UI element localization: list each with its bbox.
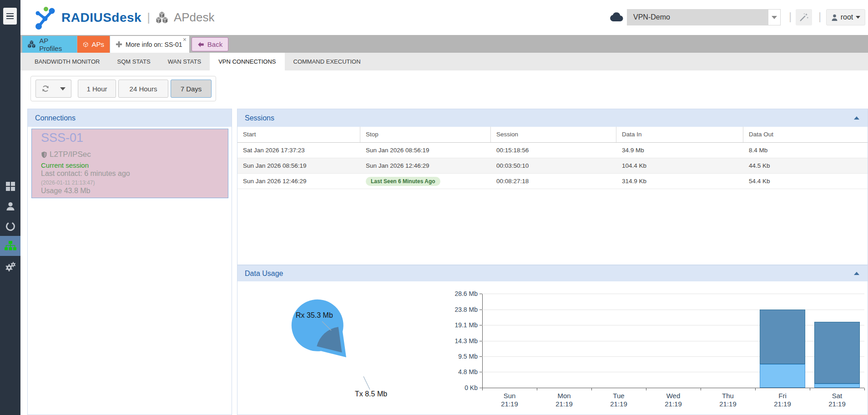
sidebar-item-dashboard[interactable] [0,176,20,196]
collapse-icon[interactable] [854,272,859,275]
pie-label-tx: Tx 8.5 Mb [355,390,387,398]
cell-data-in: 104.4 Kb [616,158,743,173]
subtab-sqm-stats[interactable]: SQM STATS [108,53,159,70]
app-window: RADIUSdesk | APdesk VPN-Demo | [0,0,868,415]
bar-tx-segment[interactable] [814,384,860,388]
back-label: Back [207,40,222,48]
gridline [482,325,864,325]
gears-icon [5,261,16,272]
header-divider: | [818,10,821,23]
title-separator: | [147,10,150,25]
pie-leader-line [363,376,370,390]
person-icon [831,14,838,21]
y-tick [479,372,482,372]
shield-icon [41,151,47,159]
data-usage-panel: Data Usage Rx 35.3 Mb Tx 8.5 Mb 0 Kb4.8 … [237,265,868,415]
column-header-stop[interactable]: Stop [360,127,491,142]
y-tick [479,310,482,310]
column-header-start[interactable]: Start [237,127,360,142]
gridline [482,356,864,357]
range-1-hour-button[interactable]: 1 Hour [78,80,116,98]
data-usage-panel-header: Data Usage [237,265,868,281]
magic-wand-icon [799,12,809,22]
last-contact-timestamp: (2026-01-11 21:13:47) [41,180,95,186]
tab-ap-profiles[interactable]: AP Profiles [22,36,77,53]
panel-title: Data Usage [245,270,283,277]
vpn-type-row: L2TP/IPSec [41,150,91,159]
y-tick [479,325,482,325]
cubes-icon [28,40,36,49]
network-tree-icon [5,241,16,251]
x-tick [864,388,865,390]
tab-more-info-ss-01[interactable]: More info on: SS-01 × [110,36,189,53]
cell-start: Sun Jan 2026 08:56:19 [237,158,360,173]
usage-total: Usage 43.8 Mb [41,187,91,195]
sessions-panel-header: Sessions [237,109,868,127]
module-title: APdesk [174,10,215,25]
sessions-panel: Sessions Start Stop Session Data In Data… [237,109,868,265]
table-row[interactable]: Sun Jan 2026 12:46:29Last Seen 6 Minutes… [237,174,868,189]
header-divider: | [789,10,792,23]
subtab-vpn-connections[interactable]: VPN CONNECTIONS [210,53,284,70]
tab-label: More info on: SS-01 [126,41,182,48]
refresh-menu-button[interactable] [55,80,71,98]
cell-session: 00:03:50:10 [491,158,616,173]
subtab-command-execution[interactable]: COMMAND EXECUTION [285,53,369,70]
cell-data-in: 34.9 Mb [616,143,743,158]
x-axis-label: Sat21:19 [810,392,864,408]
y-axis-label: 14.3 Mb [433,337,478,345]
cubes-icon [156,11,169,24]
chevron-down-icon [856,16,860,19]
x-axis-label: Wed21:19 [646,392,701,408]
user-menu-button[interactable]: root [826,9,865,25]
bar-rx-segment[interactable] [814,322,860,384]
column-header-data-out[interactable]: Data Out [743,127,868,142]
tab-label: AP Profiles [39,37,71,52]
back-button[interactable]: Back [192,37,228,51]
radiusdesk-logo [33,5,57,30]
x-axis-label: Mon21:19 [537,392,591,408]
sidebar-item-activity[interactable] [0,216,20,236]
range-24-hours-button[interactable]: 24 Hours [118,80,168,98]
column-header-data-in[interactable]: Data In [616,127,743,142]
top-header: RADIUSdesk | APdesk VPN-Demo | [20,0,868,35]
close-icon[interactable]: × [183,36,187,43]
y-axis-label: 4.8 Mb [433,368,478,375]
sidebar-item-settings[interactable] [0,256,20,276]
last-seen-badge: Last Seen 6 Minutes Ago [366,177,440,186]
sidebar-item-network[interactable] [0,236,20,256]
subtab-bandwidth-monitor[interactable]: BANDWIDTH MONITOR [26,53,108,70]
collapse-icon[interactable] [854,116,859,120]
panel-title: Sessions [245,114,274,122]
table-row[interactable]: Sun Jan 2026 08:56:19Sun Jan 2026 12:46:… [237,158,868,174]
y-axis-label: 28.6 Mb [433,290,478,297]
menu-toggle-button[interactable] [3,8,17,25]
cell-data-in: 314.9 Kb [616,174,743,189]
y-axis-label: 19.1 Mb [433,321,478,329]
cell-session: 00:15:18:56 [491,143,616,158]
users-icon [5,201,16,212]
table-row[interactable]: Sat Jan 2026 17:37:23Sun Jan 2026 08:56:… [237,143,868,158]
bar-tx-segment[interactable] [760,364,805,388]
subtab-wan-stats[interactable]: WAN STATS [159,53,210,70]
x-tick [482,388,483,390]
site-selector[interactable]: VPN-Demo [627,9,781,25]
wizard-button[interactable] [796,9,812,25]
range-7-days-button[interactable]: 7 Days [171,80,212,98]
sidebar [0,0,20,415]
refresh-button[interactable] [35,80,55,98]
x-tick [701,388,701,390]
plus-icon [116,41,122,48]
column-header-session[interactable]: Session [491,127,616,142]
session-status: Current session [41,161,89,169]
site-selector-value: VPN-Demo [627,9,768,25]
x-axis-label: Fri21:19 [755,392,810,408]
bar-rx-segment[interactable] [760,310,805,364]
sidebar-item-users[interactable] [0,196,20,216]
cell-stop: Sun Jan 2026 08:56:19 [360,143,491,158]
tab-aps[interactable]: APs [77,36,110,53]
arrow-left-icon [197,41,204,48]
chevron-down-icon[interactable] [768,9,781,25]
data-usage-body: Rx 35.3 Mb Tx 8.5 Mb 0 Kb4.8 Mb9.5 Mb14.… [237,281,868,415]
connection-card-sss-01[interactable]: SSS-01 L2TP/IPSec Current session Last c… [31,129,228,198]
